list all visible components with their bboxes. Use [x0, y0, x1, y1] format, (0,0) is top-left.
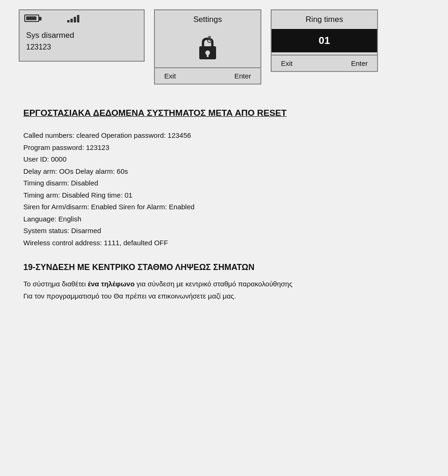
info-line-1: Called numbers: cleared Operation passwo… [23, 129, 425, 142]
section2-line1-suffix: για σύνδεση με κεντρικό σταθμό παρακολού… [134, 280, 292, 288]
panel-settings: Settings Exit Enter [154, 9, 261, 85]
settings-title: Settings [155, 10, 260, 29]
settings-footer: Exit Enter [155, 67, 260, 84]
battery-icon [24, 14, 39, 22]
signal-icon [67, 14, 79, 22]
section2-line2: Για τον προγραμματισμό του Θα πρέπει να … [23, 290, 425, 302]
info-line-5: Timing disarm: Disabled [23, 177, 425, 189]
ring-times-enter-button[interactable]: Enter [351, 59, 368, 67]
info-line-6: Timing arm: Disabled Ring time: 01 [23, 189, 425, 201]
info-line-7: Siren for Arm/disarm: Enabled Siren for … [23, 201, 425, 213]
ring-times-footer: Exit Enter [272, 55, 377, 71]
ring-times-title: Ring times [272, 10, 377, 29]
info-line-9: System status: Disarmed [23, 225, 425, 237]
info-line-10: Wireless control address: 1111, defaulte… [23, 237, 425, 249]
section1-info: Called numbers: cleared Operation passwo… [23, 129, 425, 249]
ring-times-exit-button[interactable]: Exit [281, 59, 293, 67]
panel1-body: Sys disarmed 123123 [20, 26, 144, 61]
section2-line1-bold: ένα τηλέφωνο [88, 280, 134, 288]
ring-times-value: 01 [272, 29, 377, 52]
info-line-4: Delay arm: OOs Delay alarm: 60s [23, 165, 425, 178]
sys-disarmed-label: Sys disarmed [26, 31, 137, 40]
section1-title: ΕΡΓΟΣΤΑΣΙΑΚΑ ΔΕΔΟΜΕΝΑ ΣΥΣΤΗΜΑΤΟΣ ΜΕΤΑ ΑΠ… [23, 108, 425, 118]
sys-code-label: 123123 [26, 43, 137, 51]
info-line-8: Language: English [23, 213, 425, 225]
panel1-header [20, 10, 146, 26]
info-line-3: User ID: 0000 [23, 153, 425, 165]
settings-enter-button[interactable]: Enter [234, 72, 251, 80]
section2-line1-prefix: Το σύστημα διαθέτει [23, 280, 88, 288]
main-content: ΕΡΓΟΣΤΑΣΙΑΚΑ ΔΕΔΟΜΕΝΑ ΣΥΣΤΗΜΑΤΟΣ ΜΕΤΑ ΑΠ… [19, 108, 429, 302]
info-line-2: Program password: 123123 [23, 142, 425, 154]
section2-body: Το σύστημα διαθέτει ένα τηλέφωνο για σύν… [23, 278, 425, 302]
lock-icon [155, 29, 260, 65]
panel-ring-times: Ring times 01 Exit Enter [271, 9, 378, 72]
svg-rect-2 [207, 54, 209, 57]
panels-row: Sys disarmed 123123 Settings Exi [19, 9, 429, 85]
section2-title: 19-ΣΥΝΔΕΣΗ ΜΕ ΚΕΝΤΡΙΚΟ ΣΤΑΘΜΟ ΛΗΨΕΩΣ ΣΗΜ… [23, 263, 425, 272]
settings-exit-button[interactable]: Exit [164, 72, 176, 80]
section2-line1: Το σύστημα διαθέτει ένα τηλέφωνο για σύν… [23, 278, 425, 290]
panel-sys-disarmed: Sys disarmed 123123 [19, 9, 145, 62]
